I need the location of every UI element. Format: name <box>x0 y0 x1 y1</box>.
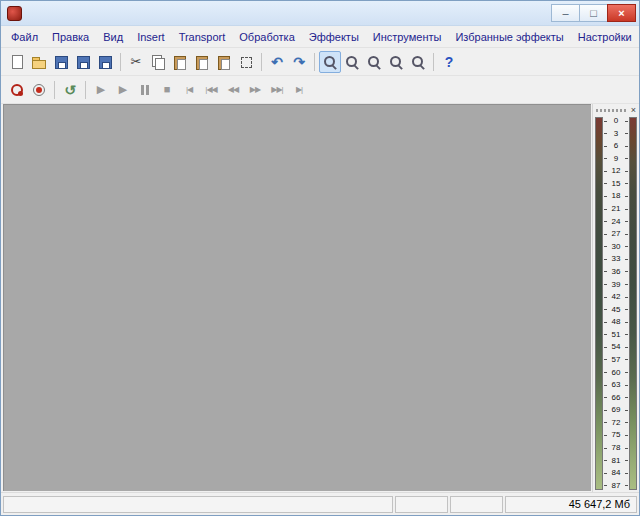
meter-tick <box>604 246 607 247</box>
skip-forward-button[interactable]: ▶▶| <box>266 79 288 101</box>
meter-tick <box>625 246 628 247</box>
rewind-button[interactable]: ◀◀ <box>222 79 244 101</box>
meter-tick <box>604 435 607 436</box>
stop-button[interactable]: ■ <box>156 79 178 101</box>
meter-tick <box>625 460 628 461</box>
zoom-out-button[interactable] <box>363 51 385 73</box>
new-file-button[interactable] <box>6 51 28 73</box>
help-button[interactable]: ? <box>438 51 460 73</box>
meter-tick <box>604 221 607 222</box>
meter-scale-row: 54 <box>604 343 628 351</box>
main-toolbar: ✂↶↷? <box>1 48 639 76</box>
toolbar-separator <box>120 53 121 71</box>
paste-mix-button[interactable] <box>213 51 235 73</box>
meter-scale-row: 63 <box>604 381 628 389</box>
menu-item-settings[interactable]: Настройки <box>571 28 639 46</box>
open-file-button[interactable] <box>28 51 50 73</box>
meter-tick <box>604 196 607 197</box>
zoom-vertical-button[interactable] <box>407 51 429 73</box>
zoom-selection-button[interactable] <box>319 51 341 73</box>
meter-scale-row: 12 <box>604 167 628 175</box>
meter-tick <box>604 234 607 235</box>
meter-scale-row: 84 <box>604 469 628 477</box>
meter-scale-label: 3 <box>614 130 618 138</box>
play-button[interactable]: ▶ <box>90 79 112 101</box>
meter-scale-row: 75 <box>604 431 628 439</box>
meter-scale-row: 66 <box>604 394 628 402</box>
play-selection-button[interactable]: ▶ <box>112 79 134 101</box>
meter-tick <box>625 410 628 411</box>
maximize-icon: □ <box>590 7 597 19</box>
redo-button[interactable]: ↷ <box>288 51 310 73</box>
skip-to-start-button[interactable]: |◀ <box>178 79 200 101</box>
title-bar[interactable]: – □ × <box>1 1 639 26</box>
cut-button[interactable]: ✂ <box>125 51 147 73</box>
meter-tick <box>604 133 607 134</box>
save-selection-button[interactable] <box>94 51 116 73</box>
maximize-button[interactable]: □ <box>579 4 608 22</box>
menu-item-view[interactable]: Вид <box>96 28 130 46</box>
record-monitor-button[interactable] <box>6 79 28 101</box>
record-button[interactable] <box>28 79 50 101</box>
memory-usage-value: 45 647,2 Мб <box>569 498 630 510</box>
caption-buttons: – □ × <box>552 4 636 22</box>
meter-scale-row: 81 <box>604 457 628 465</box>
close-button[interactable]: × <box>607 4 636 22</box>
meter-bar-left <box>595 117 603 490</box>
meter-tick <box>625 183 628 184</box>
meter-tick <box>604 209 607 210</box>
menu-item-effects[interactable]: Эффекты <box>302 28 366 46</box>
paste-new-button[interactable] <box>191 51 213 73</box>
meter-grip-icon[interactable] <box>596 109 628 112</box>
save-selection-icon <box>97 54 113 70</box>
copy-icon <box>150 54 166 70</box>
meter-tick <box>604 334 607 335</box>
skip-back-button[interactable]: |◀◀ <box>200 79 222 101</box>
meter-panel-header[interactable]: × <box>594 105 638 116</box>
meter-tick <box>625 422 628 423</box>
menu-item-insert[interactable]: Insert <box>130 28 172 46</box>
loop-playback-button[interactable]: ↺ <box>59 79 81 101</box>
pause-button[interactable] <box>134 79 156 101</box>
meter-scale-row: 15 <box>604 180 628 188</box>
meter-tick <box>625 359 628 360</box>
meter-scale-label: 18 <box>612 192 621 200</box>
meter-scale-label: 24 <box>612 218 621 226</box>
meter-scale-row: 45 <box>604 306 628 314</box>
meter-scale-label: 27 <box>612 230 621 238</box>
menu-item-edit[interactable]: Правка <box>45 28 96 46</box>
zoom-in-button[interactable] <box>341 51 363 73</box>
copy-button[interactable] <box>147 51 169 73</box>
memory-usage-panel: 45 647,2 Мб <box>505 496 637 513</box>
menu-item-process[interactable]: Обработка <box>232 28 301 46</box>
menu-item-favorite-effects[interactable]: Избранные эффекты <box>448 28 570 46</box>
meter-scale-row: 57 <box>604 356 628 364</box>
trim-button[interactable] <box>235 51 257 73</box>
meter-close-icon[interactable]: × <box>631 106 636 115</box>
menu-item-file[interactable]: Файл <box>4 28 45 46</box>
workspace-empty-area[interactable] <box>3 104 591 491</box>
fast-forward-button[interactable]: ▶▶ <box>244 79 266 101</box>
menu-item-transport[interactable]: Transport <box>172 28 233 46</box>
save-file-button[interactable] <box>50 51 72 73</box>
meter-tick <box>604 284 607 285</box>
zoom-in-icon <box>344 54 360 70</box>
trim-icon <box>238 54 254 70</box>
meter-tick <box>604 359 607 360</box>
paste-button[interactable] <box>169 51 191 73</box>
skip-to-end-button[interactable]: ▶| <box>288 79 310 101</box>
zoom-all-button[interactable] <box>385 51 407 73</box>
meter-tick <box>604 460 607 461</box>
meter-tick <box>625 448 628 449</box>
minimize-button[interactable]: – <box>551 4 580 22</box>
meter-scale-label: 21 <box>612 205 621 213</box>
meter-tick <box>604 259 607 260</box>
menu-item-tools[interactable]: Инструменты <box>366 28 449 46</box>
redo-icon: ↷ <box>293 55 305 69</box>
undo-button[interactable]: ↶ <box>266 51 288 73</box>
meter-scale-label: 60 <box>612 369 621 377</box>
save-as-button[interactable] <box>72 51 94 73</box>
meter-scale-label: 69 <box>612 406 621 414</box>
app-icon <box>7 6 22 21</box>
meter-scale: 0369121518212427303336394245485154576063… <box>603 117 629 490</box>
